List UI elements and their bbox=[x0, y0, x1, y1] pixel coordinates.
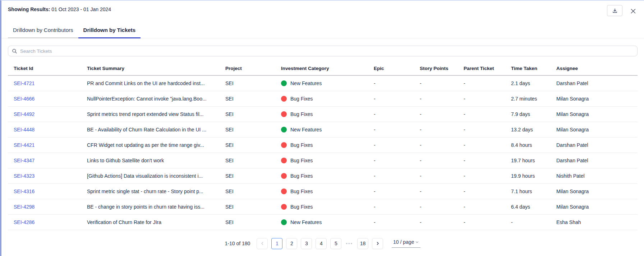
page-button-18[interactable]: 18 bbox=[357, 238, 368, 249]
table-row: SEI-4323 [Github Actions] Data visualiza… bbox=[8, 168, 638, 183]
parent-ticket-cell: - bbox=[458, 183, 505, 199]
epic-cell: - bbox=[368, 137, 414, 153]
chevron-down-icon bbox=[415, 240, 419, 244]
search-input[interactable] bbox=[20, 48, 634, 54]
ticket-id-link[interactable]: SEI-4492 bbox=[14, 111, 34, 117]
category-dot bbox=[281, 219, 287, 225]
ticket-summary-cell: NullPointerException: Cannot invoke "jav… bbox=[81, 91, 220, 106]
table-row: SEI-4666 NullPointerException: Cannot in… bbox=[8, 91, 638, 106]
col-header-epic: Epic bbox=[368, 66, 414, 75]
epic-cell: - bbox=[368, 91, 414, 106]
col-header-parent-ticket: Parent Ticket bbox=[458, 66, 505, 75]
parent-ticket-cell: - bbox=[458, 214, 505, 230]
page-button-3[interactable]: 3 bbox=[301, 238, 312, 249]
download-icon bbox=[612, 8, 618, 14]
pagination: 1-10 of 180 1 2 3 4 5 ••• 18 10 / page bbox=[1, 238, 644, 249]
assignee-cell: Milan Sonagra bbox=[551, 199, 638, 214]
showing-results-label: Showing Results: bbox=[8, 6, 50, 12]
col-header-ticket-id: Ticket Id bbox=[8, 66, 81, 75]
category-label: Bug Fixes bbox=[290, 204, 313, 210]
epic-cell: - bbox=[368, 168, 414, 183]
pagination-ellipsis[interactable]: ••• bbox=[345, 241, 354, 246]
parent-ticket-cell: - bbox=[458, 106, 505, 122]
table-row: SEI-4298 BE - change in story points in … bbox=[8, 199, 638, 214]
story-points-cell: - bbox=[414, 91, 458, 106]
epic-cell: - bbox=[368, 122, 414, 137]
ticket-id-link[interactable]: SEI-4298 bbox=[14, 204, 34, 210]
project-cell: SEI bbox=[220, 91, 275, 106]
page-size-select[interactable]: 10 / page bbox=[392, 239, 420, 248]
drilldown-modal: Showing Results: 01 Oct 2023 - 01 Jan 20… bbox=[0, 0, 644, 256]
ticket-id-link[interactable]: SEI-4448 bbox=[14, 127, 34, 132]
col-header-assignee: Assignee bbox=[551, 66, 638, 75]
prev-page-button[interactable] bbox=[257, 238, 268, 249]
download-button[interactable] bbox=[607, 5, 622, 16]
ticket-summary-cell: Verification of Churn Rate for JIra bbox=[81, 214, 220, 230]
ticket-id-link[interactable]: SEI-4316 bbox=[14, 188, 34, 194]
table-row: SEI-4492 Sprint metrics trend report ext… bbox=[8, 106, 638, 122]
page-button-4[interactable]: 4 bbox=[316, 238, 327, 249]
ticket-id-link[interactable]: SEI-4323 bbox=[14, 173, 34, 179]
ticket-id-link[interactable]: SEI-4721 bbox=[14, 80, 34, 86]
col-header-project: Project bbox=[220, 66, 275, 75]
category-dot bbox=[281, 96, 287, 102]
time-taken-cell: 7.1 hours bbox=[505, 183, 551, 199]
story-points-cell: - bbox=[414, 122, 458, 137]
project-cell: SEI bbox=[220, 75, 275, 91]
ticket-id-link[interactable]: SEI-4666 bbox=[14, 96, 34, 102]
parent-ticket-cell: - bbox=[458, 168, 505, 183]
next-page-button[interactable] bbox=[372, 238, 383, 249]
category-label: New Features bbox=[290, 127, 322, 132]
story-points-cell: - bbox=[414, 199, 458, 214]
project-cell: SEI bbox=[220, 137, 275, 153]
assignee-cell: Darshan Patel bbox=[551, 137, 638, 153]
ticket-id-link[interactable]: SEI-4347 bbox=[14, 158, 34, 163]
assignee-cell: Milan Sonagra bbox=[551, 183, 638, 199]
time-taken-cell: 7.9 days bbox=[505, 106, 551, 122]
time-taken-cell: 19.7 hours bbox=[505, 153, 551, 168]
project-cell: SEI bbox=[220, 214, 275, 230]
close-button[interactable] bbox=[629, 7, 638, 15]
category-dot bbox=[281, 127, 287, 132]
page-button-2[interactable]: 2 bbox=[286, 238, 297, 249]
category-label: New Features bbox=[290, 80, 322, 86]
ticket-id-link[interactable]: SEI-4286 bbox=[14, 219, 34, 225]
table-row: SEI-4316 Sprint metric single stat - chu… bbox=[8, 183, 638, 199]
col-header-investment-category: Investment Category bbox=[275, 66, 368, 75]
page-button-1[interactable]: 1 bbox=[271, 238, 282, 249]
parent-ticket-cell: - bbox=[458, 75, 505, 91]
epic-cell: - bbox=[368, 75, 414, 91]
ticket-summary-cell: Sprint metric single stat - churn rate -… bbox=[81, 183, 220, 199]
assignee-cell: Darshan Patel bbox=[551, 153, 638, 168]
tab-drilldown-by-contributors[interactable]: Drilldown by Contributors bbox=[8, 24, 78, 38]
category-label: Bug Fixes bbox=[290, 158, 313, 163]
top-bar: Showing Results: 01 Oct 2023 - 01 Jan 20… bbox=[1, 1, 644, 16]
close-icon bbox=[630, 8, 636, 14]
date-range: 01 Oct 2023 - 01 Jan 2024 bbox=[51, 6, 111, 12]
story-points-cell: - bbox=[414, 75, 458, 91]
tab-drilldown-by-tickets[interactable]: Drilldown by Tickets bbox=[78, 24, 141, 38]
project-cell: SEI bbox=[220, 122, 275, 137]
search-icon bbox=[12, 48, 17, 54]
page-button-5[interactable]: 5 bbox=[330, 238, 341, 249]
assignee-cell: Darshan Patel bbox=[551, 75, 638, 91]
chevron-left-icon bbox=[260, 241, 264, 246]
time-taken-cell: 2.7 minutes bbox=[505, 91, 551, 106]
category-label: Bug Fixes bbox=[290, 173, 313, 179]
time-taken-cell: 13.2 days bbox=[505, 122, 551, 137]
project-cell: SEI bbox=[220, 183, 275, 199]
project-cell: SEI bbox=[220, 106, 275, 122]
assignee-cell: Milan Sonagra bbox=[551, 122, 638, 137]
ticket-id-link[interactable]: SEI-4421 bbox=[14, 142, 34, 148]
parent-ticket-cell: - bbox=[458, 153, 505, 168]
chevron-right-icon bbox=[376, 241, 380, 246]
col-header-time-taken: Time Taken bbox=[505, 66, 551, 75]
epic-cell: - bbox=[368, 183, 414, 199]
category-label: Bug Fixes bbox=[290, 188, 313, 194]
category-dot bbox=[281, 158, 287, 163]
epic-cell: - bbox=[368, 214, 414, 230]
category-dot bbox=[281, 142, 287, 148]
story-points-cell: - bbox=[414, 214, 458, 230]
assignee-cell: Milan Sonagra bbox=[551, 106, 638, 122]
assignee-cell: Esha Shah bbox=[551, 214, 638, 230]
